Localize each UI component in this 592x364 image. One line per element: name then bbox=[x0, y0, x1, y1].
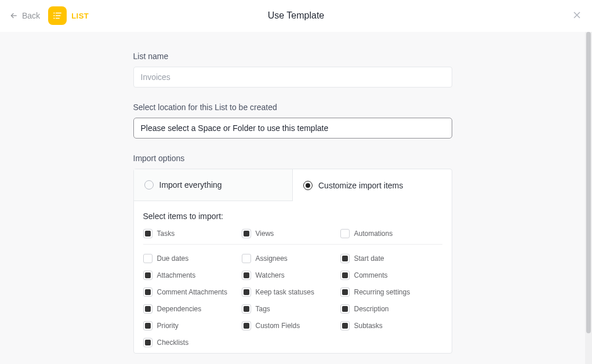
checkbox-label: Comment Attachments bbox=[157, 288, 227, 296]
modal-header: Back LIST Use Template bbox=[0, 0, 592, 32]
checkbox-label: Subtasks bbox=[354, 322, 383, 330]
checkbox-item[interactable]: Tags bbox=[242, 304, 340, 314]
location-select[interactable]: Please select a Space or Folder to use t… bbox=[133, 118, 452, 139]
primary-items-row: TasksViewsAutomations bbox=[143, 229, 442, 245]
back-button[interactable]: Back bbox=[9, 11, 40, 20]
arrow-left-icon bbox=[9, 11, 19, 20]
spacer bbox=[340, 338, 439, 347]
import-everything-label: Import everything bbox=[159, 180, 222, 190]
checkbox-icon bbox=[143, 271, 152, 280]
checkbox-label: Comments bbox=[354, 271, 388, 279]
checkbox-item[interactable]: Comment Attachments bbox=[143, 287, 242, 297]
checkbox-item[interactable]: Due dates bbox=[143, 254, 242, 263]
checkbox-item[interactable]: Priority bbox=[143, 321, 242, 330]
checkbox-icon bbox=[340, 287, 350, 297]
radio-customize bbox=[303, 181, 313, 190]
checkbox-icon bbox=[340, 271, 350, 280]
checkbox-label: Tasks bbox=[157, 230, 175, 238]
secondary-items-grid: Due datesAssigneesStart dateAttachmentsW… bbox=[143, 254, 442, 347]
checkbox-item[interactable]: Keep task statuses bbox=[242, 287, 340, 297]
checkbox-icon bbox=[340, 304, 350, 314]
checkbox-icon bbox=[143, 338, 152, 347]
checkbox-item[interactable]: Automations bbox=[340, 229, 439, 238]
checkbox-icon bbox=[242, 321, 251, 330]
checkbox-item[interactable]: Start date bbox=[340, 254, 439, 263]
checkbox-label: Assignees bbox=[256, 254, 288, 263]
checkbox-icon bbox=[340, 254, 350, 263]
checkbox-icon bbox=[242, 254, 251, 263]
checkbox-icon bbox=[242, 229, 251, 238]
scrollbar-thumb[interactable] bbox=[586, 32, 591, 333]
close-button[interactable] bbox=[571, 9, 583, 23]
checkbox-icon bbox=[143, 321, 152, 330]
svg-rect-3 bbox=[56, 13, 61, 14]
checkbox-item[interactable]: Checklists bbox=[143, 338, 242, 347]
checkbox-item[interactable]: Description bbox=[340, 304, 439, 314]
checkbox-icon bbox=[143, 254, 152, 263]
checkbox-item[interactable]: Views bbox=[242, 229, 340, 238]
radio-import-everything bbox=[144, 180, 154, 190]
location-label: Select location for this List to be crea… bbox=[133, 103, 452, 112]
checkbox-item[interactable]: Comments bbox=[340, 271, 439, 280]
checkbox-icon bbox=[143, 287, 152, 297]
checkbox-icon bbox=[143, 229, 152, 238]
checkbox-item[interactable]: Custom Fields bbox=[242, 321, 340, 330]
checkbox-item[interactable]: Tasks bbox=[143, 229, 242, 238]
import-options-label: Import options bbox=[133, 154, 452, 163]
checkbox-label: Dependencies bbox=[157, 305, 202, 313]
svg-rect-5 bbox=[56, 18, 60, 19]
checkbox-icon bbox=[242, 287, 251, 297]
list-name-label: List name bbox=[133, 52, 452, 61]
list-name-input[interactable] bbox=[133, 67, 452, 88]
checkbox-icon bbox=[143, 304, 152, 314]
svg-rect-1 bbox=[53, 15, 55, 16]
checkbox-icon bbox=[242, 304, 251, 314]
checkbox-icon bbox=[340, 321, 350, 330]
import-tab-customize[interactable]: Customize import items bbox=[293, 169, 452, 201]
checkbox-icon bbox=[242, 271, 251, 280]
import-options-card: Import everything Customize import items… bbox=[133, 169, 452, 354]
scrollbar-track[interactable] bbox=[585, 32, 592, 364]
spacer bbox=[242, 338, 340, 347]
entity-type-label: LIST bbox=[71, 12, 89, 20]
list-icon bbox=[48, 6, 67, 25]
checkbox-label: Views bbox=[256, 230, 274, 238]
checkbox-label: Tags bbox=[256, 305, 270, 313]
checkbox-label: Keep task statuses bbox=[256, 288, 314, 296]
checkbox-item[interactable]: Subtasks bbox=[340, 321, 439, 330]
import-tab-everything[interactable]: Import everything bbox=[134, 169, 293, 201]
checkbox-label: Priority bbox=[157, 322, 179, 330]
svg-rect-0 bbox=[53, 13, 55, 14]
checkbox-label: Recurring settings bbox=[354, 288, 411, 296]
checkbox-item[interactable]: Recurring settings bbox=[340, 287, 439, 297]
checkbox-item[interactable]: Watchers bbox=[242, 271, 340, 280]
checkbox-label: Attachments bbox=[157, 271, 196, 279]
back-label: Back bbox=[22, 11, 40, 20]
checkbox-label: Start date bbox=[354, 254, 384, 263]
checkbox-label: Watchers bbox=[256, 271, 285, 279]
checkbox-item[interactable]: Attachments bbox=[143, 271, 242, 280]
checkbox-label: Automations bbox=[354, 230, 393, 238]
checkbox-icon bbox=[340, 229, 350, 238]
svg-rect-4 bbox=[56, 15, 60, 16]
checkbox-item[interactable]: Assignees bbox=[242, 254, 340, 263]
checkbox-label: Description bbox=[354, 305, 389, 313]
svg-rect-2 bbox=[53, 18, 55, 19]
checkbox-label: Custom Fields bbox=[256, 322, 300, 330]
entity-type-badge: LIST bbox=[48, 6, 89, 25]
select-items-label: Select items to import: bbox=[143, 212, 442, 221]
checkbox-item[interactable]: Dependencies bbox=[143, 304, 242, 314]
close-icon bbox=[571, 9, 583, 21]
checkbox-label: Checklists bbox=[157, 338, 189, 347]
checkbox-label: Due dates bbox=[157, 254, 189, 263]
import-customize-label: Customize import items bbox=[318, 181, 403, 190]
location-placeholder: Please select a Space or Folder to use t… bbox=[141, 123, 329, 133]
modal-body: List name Select location for this List … bbox=[0, 32, 585, 364]
